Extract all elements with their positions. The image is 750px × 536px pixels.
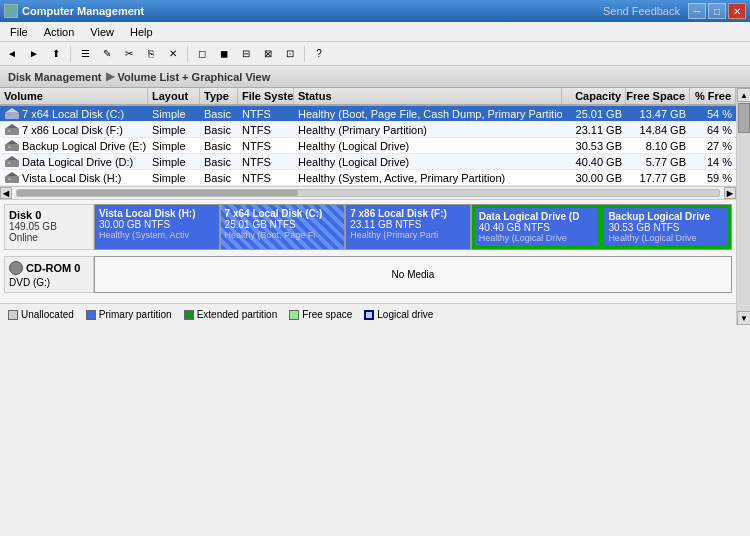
part-size-1: 25.01 GB NTFS: [225, 219, 341, 230]
td-capacity-0: 25.01 GB: [562, 106, 626, 121]
col-header-layout[interactable]: Layout: [148, 88, 200, 104]
cdrom0-status: No Media: [392, 269, 435, 280]
td-fs-2: NTFS: [238, 138, 294, 153]
title-bar: Computer Management Send Feedback ─ □ ✕: [0, 0, 750, 22]
vscroll-up-btn[interactable]: ▲: [737, 88, 750, 102]
restore-button[interactable]: □: [708, 3, 726, 19]
col-header-volume[interactable]: Volume: [0, 88, 148, 104]
legend-primary-label: Primary partition: [99, 309, 172, 320]
cdrom0-content: No Media: [94, 256, 732, 293]
drive-icon-3: [4, 156, 20, 168]
disk0-partition-3[interactable]: Data Logical Drive (D 40.40 GB NTFS Heal…: [472, 205, 602, 249]
disk0-partitions: Vista Local Disk (H:) 30.00 GB NTFS Heal…: [94, 204, 732, 250]
scroll-thumb[interactable]: [17, 190, 298, 196]
toolbar-btn5[interactable]: ◻: [192, 45, 212, 63]
legend-free-box: [289, 310, 299, 320]
section-separator: ▶: [106, 70, 114, 83]
toolbar-btn9[interactable]: ⊡: [280, 45, 300, 63]
section-header: Disk Management ▶ Volume List + Graphica…: [0, 66, 750, 88]
toolbar-btn7[interactable]: ⊟: [236, 45, 256, 63]
td-capacity-2: 30.53 GB: [562, 138, 626, 153]
toolbar-sep-2: [187, 46, 188, 62]
toolbar-delete[interactable]: ✕: [163, 45, 183, 63]
toolbar-copy[interactable]: ⎘: [141, 45, 161, 63]
menu-help[interactable]: Help: [122, 24, 161, 40]
table-row-0[interactable]: 7 x64 Local Disk (C:)SimpleBasicNTFSHeal…: [0, 106, 736, 122]
col-header-pct[interactable]: % Free: [690, 88, 736, 104]
legend-unallocated: Unallocated: [8, 309, 74, 320]
cdrom-icon: [9, 261, 23, 275]
col-header-free[interactable]: Free Space: [626, 88, 690, 104]
td-layout-2: Simple: [148, 138, 200, 153]
disk0-partition-0[interactable]: Vista Local Disk (H:) 30.00 GB NTFS Heal…: [95, 205, 221, 249]
table-row-3[interactable]: Data Logical Drive (D:)SimpleBasicNTFSHe…: [0, 154, 736, 170]
menu-action[interactable]: Action: [36, 24, 83, 40]
section-part1: Disk Management: [8, 71, 102, 83]
drive-icon-2: [4, 140, 20, 152]
toolbar-edit[interactable]: ✎: [97, 45, 117, 63]
toolbar-forward[interactable]: ►: [24, 45, 44, 63]
col-header-type[interactable]: Type: [200, 88, 238, 104]
disk0-partition-2[interactable]: 7 x86 Local Disk (F:) 23.11 GB NTFS Heal…: [346, 205, 472, 249]
vscroll-thumb[interactable]: [738, 103, 750, 133]
td-volume-2: Backup Logical Drive (E:): [0, 138, 148, 153]
td-status-2: Healthy (Logical Drive): [294, 138, 562, 153]
send-feedback-link[interactable]: Send Feedback: [603, 5, 680, 17]
col-header-status[interactable]: Status: [294, 88, 562, 104]
toolbar-help[interactable]: ?: [309, 45, 329, 63]
legend-logical-box: [364, 310, 374, 320]
td-capacity-4: 30.00 GB: [562, 170, 626, 185]
toolbar-up[interactable]: ⬆: [46, 45, 66, 63]
td-pct-2: 27 %: [690, 138, 736, 153]
close-button[interactable]: ✕: [728, 3, 746, 19]
td-free-3: 5.77 GB: [626, 154, 690, 169]
td-status-0: Healthy (Boot, Page File, Cash Dump, Pri…: [294, 106, 562, 121]
cdrom0-row: CD-ROM 0 DVD (G:) No Media: [4, 256, 732, 293]
td-volume-3: Data Logical Drive (D:): [0, 154, 148, 169]
td-layout-1: Simple: [148, 122, 200, 137]
vertical-scrollbar[interactable]: ▲ ▼: [736, 88, 750, 325]
disk0-row: Disk 0 149.05 GB Online Vista Local Disk…: [4, 204, 732, 250]
col-header-capacity[interactable]: Capacity: [562, 88, 626, 104]
part-size-4: 30.53 GB NTFS: [608, 222, 724, 233]
toolbar-cut[interactable]: ✂: [119, 45, 139, 63]
disk0-size: 149.05 GB: [9, 221, 89, 232]
vscroll-down-btn[interactable]: ▼: [737, 311, 750, 325]
td-type-1: Basic: [200, 122, 238, 137]
svg-marker-10: [6, 156, 18, 160]
disk0-partition-1[interactable]: 7 x64 Local Disk (C:) 25.01 GB NTFS Heal…: [221, 205, 347, 249]
menu-file[interactable]: File: [2, 24, 36, 40]
disk0-partition-4[interactable]: Backup Logical Drive 30.53 GB NTFS Healt…: [601, 205, 731, 249]
td-type-2: Basic: [200, 138, 238, 153]
col-header-fs[interactable]: File System: [238, 88, 294, 104]
td-fs-1: NTFS: [238, 122, 294, 137]
toolbar-btn6[interactable]: ◼: [214, 45, 234, 63]
part-name-1: 7 x64 Local Disk (C:): [225, 208, 341, 219]
td-pct-4: 59 %: [690, 170, 736, 185]
cdrom0-name: CD-ROM 0: [26, 262, 80, 274]
toolbar-back[interactable]: ◄: [2, 45, 22, 63]
scroll-right-btn[interactable]: ►: [724, 187, 736, 199]
part-name-3: Data Logical Drive (D: [479, 211, 595, 222]
td-volume-4: Vista Local Disk (H:): [0, 170, 148, 185]
svg-marker-4: [6, 124, 18, 128]
table-row-2[interactable]: Backup Logical Drive (E:)SimpleBasicNTFS…: [0, 138, 736, 154]
drive-icon-0: [4, 108, 20, 120]
table-row-4[interactable]: Vista Local Disk (H:)SimpleBasicNTFSHeal…: [0, 170, 736, 186]
td-status-1: Healthy (Primary Partition): [294, 122, 562, 137]
toolbar-show-hide[interactable]: ☰: [75, 45, 95, 63]
svg-rect-6: [5, 144, 19, 151]
minimize-button[interactable]: ─: [688, 3, 706, 19]
vscroll-track[interactable]: [737, 102, 750, 311]
horizontal-scrollbar[interactable]: ◄ ►: [0, 186, 736, 200]
scroll-track[interactable]: [16, 189, 720, 197]
toolbar-btn8[interactable]: ⊠: [258, 45, 278, 63]
td-volume-1: 7 x86 Local Disk (F:): [0, 122, 148, 137]
part-status-3: Healthy (Logical Drive: [479, 233, 595, 243]
menu-view[interactable]: View: [82, 24, 122, 40]
scroll-left-btn[interactable]: ◄: [0, 187, 12, 199]
legend-extended-label: Extended partition: [197, 309, 278, 320]
table-row-1[interactable]: 7 x86 Local Disk (F:)SimpleBasicNTFSHeal…: [0, 122, 736, 138]
legend-logical-label: Logical drive: [377, 309, 433, 320]
disk0-status: Online: [9, 232, 89, 243]
